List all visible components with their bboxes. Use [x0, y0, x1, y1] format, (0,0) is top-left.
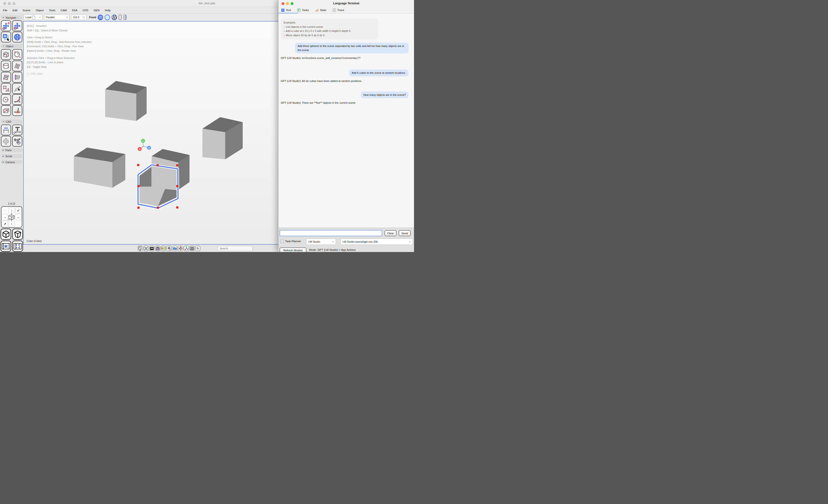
light-rays-icon — [14, 107, 21, 114]
collapse-center-icon[interactable] — [143, 246, 149, 251]
axis-gizmo: Y X Z — [138, 139, 151, 151]
mode-status: Mode: GPT (LM Studio) + App Actions — [309, 248, 356, 251]
tool-add-sphere-button[interactable] — [12, 49, 22, 60]
message-input[interactable] — [280, 230, 382, 236]
model-select[interactable]: LM Studio:openai/gpt-oss-20b ∨ — [340, 239, 413, 245]
quad-view-button[interactable]: ★★ ★★ — [12, 241, 23, 252]
tool-add-polygon-button[interactable] — [1, 83, 11, 94]
tv-colorbars-icon[interactable] — [155, 246, 160, 251]
view-upright-arrow[interactable]: ↗ — [2, 221, 8, 227]
load-label: Load — [26, 16, 31, 19]
menu-cfd[interactable]: CFD — [83, 9, 88, 12]
nav-cube-icon[interactable] — [8, 214, 15, 221]
triangle-right-icon: ▶ — [3, 161, 4, 163]
cylinder-shaded-icon[interactable] — [123, 14, 126, 20]
menu-cam[interactable]: CAM — [60, 9, 67, 12]
menu-edit[interactable]: Edit — [13, 9, 17, 12]
tool-add-cube-button[interactable] — [1, 49, 11, 60]
iso-view-button[interactable] — [0, 228, 11, 240]
section-cad[interactable]: ▼ CAD — [1, 120, 22, 124]
view-up-arrow[interactable]: ↑ — [8, 221, 14, 227]
tool-mirror-button[interactable] — [1, 136, 11, 146]
tab-tasks[interactable]: Tasks — [297, 9, 309, 12]
terminal-controls: Clear Send ✓ Task Planner LM Studio ∨ LM… — [278, 227, 414, 252]
rect-triangle-icon — [2, 85, 10, 92]
tab-stats[interactable]: Stats — [316, 9, 326, 12]
search-input[interactable] — [217, 246, 252, 251]
projection-value: Parallel — [46, 16, 55, 19]
tool-add-cylinder-button[interactable] — [1, 60, 11, 71]
mirror-slash-icon[interactable] — [178, 246, 183, 251]
cube-solid-icon — [2, 230, 10, 238]
shaded-sphere-icon[interactable] — [98, 14, 103, 20]
examples-heading: Examples: — [284, 20, 375, 25]
section-script[interactable]: ▶ Script — [1, 154, 22, 158]
help-line: [Command | Ctrl] (hold) + Click, Drag - … — [27, 44, 92, 49]
flat-sphere-icon[interactable] — [105, 14, 110, 20]
example-line: – List objects in the current scene. — [284, 25, 375, 29]
chat-transcript[interactable]: Examples: – List objects in the current … — [278, 14, 414, 227]
tag-icon[interactable]: G — [161, 246, 166, 251]
menu-file[interactable]: File — [3, 9, 7, 12]
assistant-message: GPT (LM Studio): All six cubes have been… — [281, 80, 362, 82]
menu-object[interactable]: Object — [36, 9, 44, 12]
section-parts[interactable]: ▶ Parts — [1, 148, 22, 152]
tool-add-circle-button[interactable] — [1, 94, 11, 105]
tool-dimension-button[interactable]: XX — [1, 125, 11, 135]
page-icon — [32, 15, 35, 19]
projection-dropdown[interactable]: Parallel ∨ — [44, 14, 70, 20]
tool-add-light-button[interactable] — [12, 105, 22, 116]
tool-add-beam-button[interactable] — [1, 105, 11, 116]
single-view-button[interactable]: ★ — [0, 241, 11, 252]
chevron-down-icon: ∨ — [39, 16, 41, 18]
tool-edit-curve-button[interactable] — [12, 83, 22, 94]
cube-2 — [202, 117, 243, 159]
refresh-models-button[interactable]: Refresh Models — [280, 247, 306, 252]
zoom-value: 119.3 — [73, 16, 79, 19]
examples-box: Examples: – List objects in the current … — [281, 18, 378, 40]
menu-help[interactable]: Help — [105, 9, 111, 12]
count-arrow-icon: 5 — [13, 137, 21, 145]
menu-fea[interactable]: FEA — [72, 9, 77, 12]
shader-badge-icon[interactable]: Sh — [149, 246, 154, 251]
tool-move-global-button[interactable] — [12, 20, 22, 31]
tool-orbit-button[interactable] — [12, 32, 22, 42]
send-button[interactable]: Send — [399, 230, 411, 236]
iso-view-alt-button[interactable] — [12, 228, 23, 240]
load-dropdown[interactable]: Load ∨ — [24, 14, 42, 20]
triangle-right-icon: ▶ — [3, 155, 4, 157]
viewport-3d[interactable]: Y X Z [ESC] - Unselect Shift + [Q] - Sel… — [23, 21, 279, 245]
axes-icon[interactable]: YZX — [184, 246, 189, 251]
section-object[interactable]: ▼ Object — [1, 44, 22, 48]
menu-gen[interactable]: GEN — [94, 9, 100, 12]
chip-icon — [27, 73, 29, 75]
section-camera[interactable]: ▶ Camera — [1, 160, 22, 164]
clear-button[interactable]: Clear — [384, 230, 397, 236]
tool-array-count-button[interactable]: 5 — [12, 136, 22, 146]
section-navigate[interactable]: ▼ Navigate — [1, 15, 22, 19]
t-node-icon — [13, 126, 21, 134]
cylinder-outline-icon[interactable] — [119, 14, 122, 20]
tool-add-lattice-button[interactable] — [12, 72, 22, 83]
render-page-icon[interactable] — [138, 246, 143, 251]
provider-select[interactable]: LM Studio ∨ — [306, 239, 336, 245]
tab-trace[interactable]: Trace — [333, 9, 344, 12]
menu-scene[interactable]: Scene — [23, 9, 31, 12]
tool-add-plane-button[interactable] — [12, 60, 22, 71]
tool-add-mesh-button[interactable] — [1, 72, 11, 83]
tab-text[interactable]: Text — [281, 9, 291, 12]
tool-select-button[interactable] — [1, 32, 11, 42]
select-arrow-mouse-icon[interactable] — [167, 246, 171, 251]
grid-icon[interactable] — [190, 246, 195, 251]
zoom-field[interactable]: 119.3 — [71, 14, 86, 20]
tool-add-bezier-button[interactable] — [12, 94, 22, 105]
view-name-label: Front — [89, 16, 96, 19]
tool-move-selected-button[interactable] — [1, 20, 11, 31]
tool-tspline-button[interactable] — [12, 125, 22, 135]
folder-icon[interactable] — [172, 246, 177, 251]
menu-tools[interactable]: Tools — [49, 9, 55, 12]
zebra-sphere-icon[interactable] — [112, 14, 117, 20]
refresh-icon[interactable]: ↻ — [195, 246, 200, 251]
view-left2-arrow[interactable]: ← — [15, 214, 22, 220]
task-planner-checkbox[interactable]: ✓ — [281, 240, 284, 243]
